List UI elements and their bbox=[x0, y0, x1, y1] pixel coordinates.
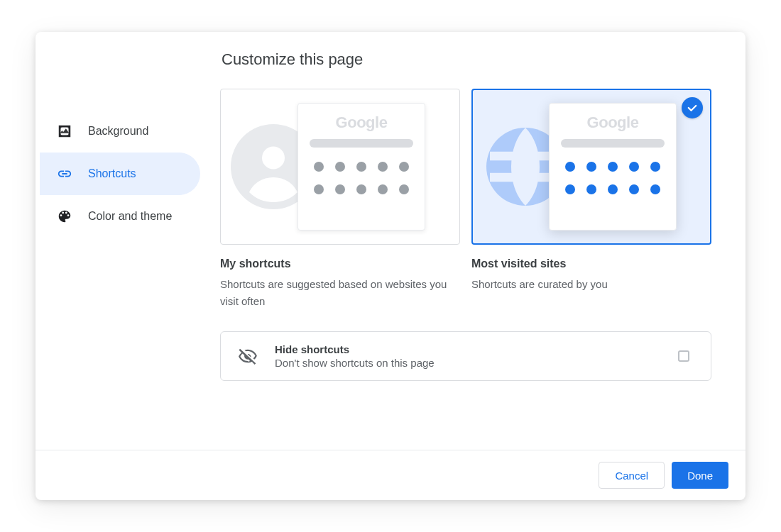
sidebar-item-background[interactable]: Background bbox=[40, 110, 200, 153]
shortcut-preview: Google bbox=[549, 103, 677, 231]
image-icon bbox=[57, 123, 72, 139]
option-description: Shortcuts are curated by you bbox=[471, 276, 711, 293]
dialog-footer: Cancel Done bbox=[36, 450, 746, 500]
hide-shortcuts-toggle[interactable] bbox=[678, 350, 689, 362]
check-icon bbox=[682, 97, 703, 118]
svg-point-9 bbox=[262, 147, 285, 170]
sidebar-item-shortcuts[interactable]: Shortcuts bbox=[40, 153, 200, 195]
sidebar-item-color-theme[interactable]: Color and theme bbox=[40, 195, 200, 238]
option-tile-most-visited[interactable]: Google bbox=[471, 89, 711, 245]
svg-rect-3 bbox=[69, 126, 70, 129]
done-button[interactable]: Done bbox=[672, 462, 728, 489]
hide-shortcuts-row: Hide shortcuts Don't show shortcuts on t… bbox=[220, 331, 711, 381]
preview-searchbar bbox=[561, 139, 665, 148]
option-title: Most visited sites bbox=[471, 257, 711, 270]
option-my-shortcuts: Google My shortcuts Shortcuts are sugges… bbox=[220, 89, 460, 310]
preview-logo: Google bbox=[558, 113, 667, 132]
visibility-off-icon bbox=[238, 346, 258, 366]
hide-title: Hide shortcuts bbox=[275, 343, 678, 355]
palette-icon bbox=[57, 209, 72, 224]
cancel-button[interactable]: Cancel bbox=[599, 462, 665, 489]
svg-rect-1 bbox=[60, 126, 61, 129]
shortcut-preview: Google bbox=[297, 103, 425, 231]
sidebar-item-label: Background bbox=[88, 125, 148, 138]
hide-subtitle: Don't show shortcuts on this page bbox=[275, 357, 678, 369]
page-title: Customize this page bbox=[222, 50, 711, 69]
main-panel: Customize this page Google bbox=[220, 50, 746, 450]
sidebar-item-label: Color and theme bbox=[88, 210, 172, 223]
sidebar-item-label: Shortcuts bbox=[88, 167, 136, 180]
svg-rect-5 bbox=[60, 134, 61, 137]
customize-dialog: Background Shortcuts Color and theme Cus… bbox=[36, 32, 746, 500]
option-title: My shortcuts bbox=[220, 257, 460, 270]
sidebar: Background Shortcuts Color and theme bbox=[36, 50, 220, 450]
svg-rect-7 bbox=[69, 134, 70, 137]
link-icon bbox=[57, 166, 72, 182]
preview-searchbar bbox=[310, 139, 413, 148]
options-row: Google My shortcuts Shortcuts are sugges… bbox=[220, 89, 711, 310]
dialog-content: Background Shortcuts Color and theme Cus… bbox=[36, 32, 746, 450]
preview-logo: Google bbox=[307, 113, 416, 132]
option-most-visited: Google Most visited sites Shortcuts are … bbox=[471, 89, 711, 310]
option-description: Shortcuts are suggested based on website… bbox=[220, 276, 460, 310]
option-tile-my-shortcuts[interactable]: Google bbox=[220, 89, 460, 245]
